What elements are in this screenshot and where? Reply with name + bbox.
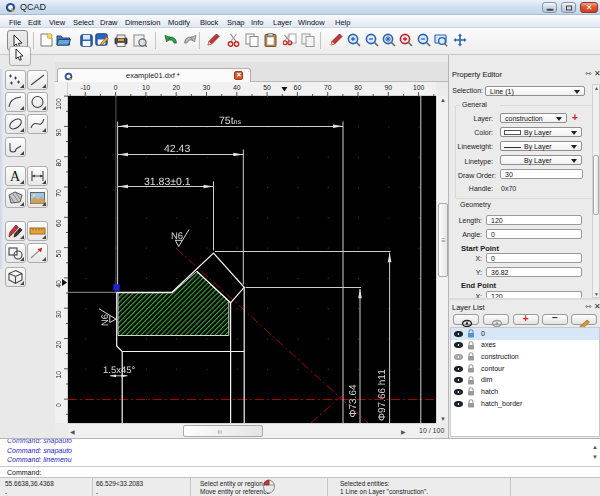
svg-text:0: 0	[114, 84, 118, 91]
svg-text:1.5x45°: 1.5x45°	[103, 365, 136, 376]
svg-text:31.83±0.1: 31.83±0.1	[144, 176, 191, 188]
svg-text:10: 10	[55, 371, 62, 379]
svg-text:40: 40	[233, 84, 241, 91]
svg-text:N6: N6	[171, 231, 183, 242]
svg-text:90: 90	[55, 128, 62, 136]
svg-text:60: 60	[55, 219, 62, 227]
svg-text:0: 0	[55, 403, 62, 407]
svg-text:70: 70	[324, 84, 332, 91]
svg-text:20: 20	[55, 341, 62, 349]
svg-text:50: 50	[263, 84, 271, 91]
svg-text:20: 20	[172, 84, 180, 91]
svg-text:-10: -10	[80, 84, 90, 91]
svg-text:30: 30	[203, 84, 211, 91]
svg-text:60: 60	[294, 84, 302, 91]
svg-text:40: 40	[55, 280, 62, 288]
svg-text:100: 100	[55, 98, 62, 110]
svg-text:70: 70	[55, 189, 62, 197]
svg-text:Φ97.66 h11: Φ97.66 h11	[377, 369, 388, 421]
svg-text:30: 30	[55, 310, 62, 318]
svg-text:10: 10	[142, 84, 150, 91]
svg-text:42.43: 42.43	[164, 143, 190, 155]
svg-text:80: 80	[55, 159, 62, 167]
svg-text:90: 90	[385, 84, 393, 91]
svg-text:N6: N6	[100, 314, 111, 326]
svg-text:Φ73.64: Φ73.64	[348, 384, 359, 417]
svg-text:50: 50	[55, 250, 62, 258]
svg-text:80: 80	[354, 84, 362, 91]
svg-text:100: 100	[413, 84, 425, 91]
